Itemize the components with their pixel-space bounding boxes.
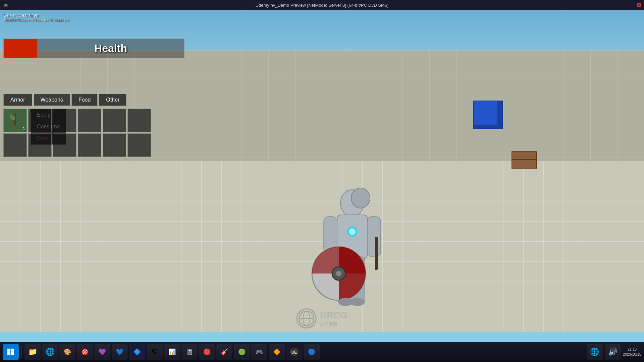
svg-text:UE: UE xyxy=(291,350,297,355)
inventory-slot-0[interactable]: 1 Equip Consume Drop xyxy=(3,109,27,132)
taskbar-app3[interactable]: 💜 xyxy=(94,344,110,360)
taskbar-app10[interactable]: 🎸 xyxy=(216,344,232,360)
wooden-chest xyxy=(512,151,537,169)
inventory-slot-9[interactable] xyxy=(78,133,101,157)
svg-point-4 xyxy=(349,228,356,235)
inventory-slot-4[interactable] xyxy=(103,109,126,132)
taskbar-sep-1 xyxy=(21,346,22,358)
taskbar-app7[interactable]: 📊 xyxy=(164,344,180,360)
item-count: 1 xyxy=(23,126,25,131)
start-button[interactable] xyxy=(3,344,19,360)
window-controls: ✕ xyxy=(637,0,641,10)
taskbar-app12[interactable]: 🎮 xyxy=(251,344,267,360)
taskbar-app11[interactable]: 🟢 xyxy=(234,344,250,360)
inventory-slot-2[interactable] xyxy=(53,109,76,132)
taskbar-right: 🌐 🔊 21:13 2023/10/15 xyxy=(587,344,641,360)
svg-rect-7 xyxy=(375,237,378,270)
game-viewport: Server: clear timer 'DisableAllScreenMes… xyxy=(0,10,644,352)
taskbar-app13[interactable]: 🔶 xyxy=(269,344,285,360)
svg-point-12 xyxy=(336,271,341,276)
taskbar-volume[interactable]: 🔊 xyxy=(605,344,621,360)
titlebar: ▣ UdemyInv_Demo Preview [NetMode: Server… xyxy=(0,0,644,10)
svg-rect-6 xyxy=(367,217,381,257)
inventory-slot-3[interactable] xyxy=(78,109,101,132)
taskbar-app2[interactable]: 🎯 xyxy=(77,344,93,360)
window-title: UdemyInv_Demo Preview [NetMode: Server 0… xyxy=(256,3,389,8)
inventory-tabs: Armor Weapons Food Other xyxy=(3,94,151,106)
taskbar-clock[interactable]: 21:13 2023/10/15 xyxy=(623,347,641,357)
taskbar-files[interactable]: 📁 xyxy=(24,344,41,360)
inventory-panel[interactable]: Armor Weapons Food Other 1 xyxy=(3,94,151,157)
inventory-slot-7[interactable] xyxy=(28,133,52,157)
inventory-slot-8[interactable] xyxy=(53,133,76,157)
taskbar-network[interactable]: 🌐 xyxy=(587,344,603,360)
svg-point-1 xyxy=(351,188,370,208)
tab-weapons[interactable]: Weapons xyxy=(34,94,70,106)
taskbar-app14[interactable]: 🔵 xyxy=(304,344,320,360)
inventory-slot-5[interactable] xyxy=(127,109,151,132)
inventory-slot-1[interactable] xyxy=(28,109,52,132)
taskbar-app9[interactable]: 🔴 xyxy=(199,344,215,360)
taskbar-ue[interactable]: UE xyxy=(286,344,302,360)
inventory-slot-10[interactable] xyxy=(103,133,126,157)
svg-rect-19 xyxy=(7,349,10,352)
svg-rect-21 xyxy=(7,352,10,355)
inventory-slot-6[interactable] xyxy=(3,133,27,157)
tab-other[interactable]: Other xyxy=(99,94,126,106)
close-button[interactable]: ✕ xyxy=(637,3,641,7)
taskbar-app4[interactable]: 💙 xyxy=(112,344,128,360)
inventory-grid: 1 Equip Consume Drop xyxy=(3,109,151,157)
taskbar-app8[interactable]: 📓 xyxy=(181,344,198,360)
inventory-slot-11[interactable] xyxy=(127,133,151,157)
taskbar-browser[interactable]: 🌐 xyxy=(42,344,58,360)
svg-point-14 xyxy=(350,298,365,306)
app-logo: ▣ xyxy=(4,3,8,7)
character xyxy=(302,170,402,332)
taskbar-app6[interactable]: 🏗 xyxy=(147,344,163,360)
tab-food[interactable]: Food xyxy=(71,94,98,106)
svg-rect-22 xyxy=(11,352,14,355)
item-icon-axe xyxy=(7,112,23,129)
blue-cube xyxy=(473,101,503,129)
svg-rect-20 xyxy=(11,349,14,352)
taskbar-app1[interactable]: 🎨 xyxy=(59,344,75,360)
tab-armor[interactable]: Armor xyxy=(3,94,32,106)
taskbar: 📁 🌐 🎨 🎯 💜 💙 🔷 🏗 📊 📓 🔴 🎸 🟢 🎮 🔶 UE 🔵 🌐 🔊 2… xyxy=(0,342,644,362)
taskbar-app5[interactable]: 🔷 xyxy=(129,344,145,360)
